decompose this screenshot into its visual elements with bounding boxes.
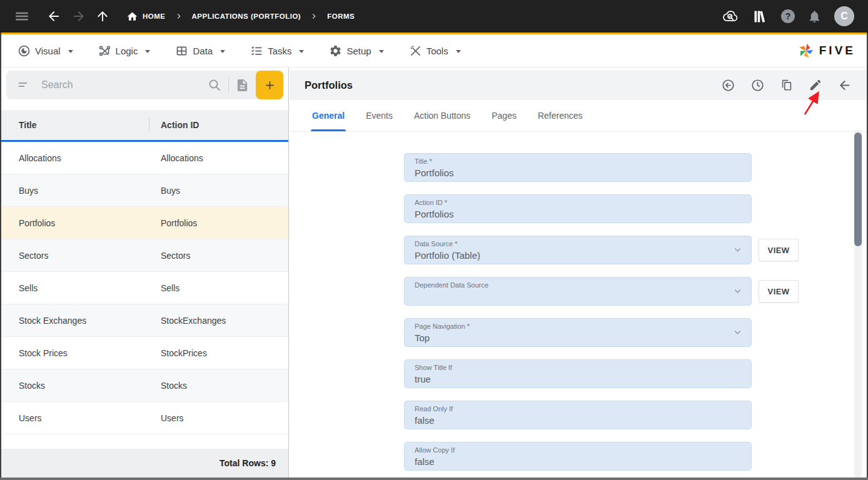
scrollbar-track[interactable]: [854, 130, 862, 478]
chevron-down-icon: [733, 287, 742, 296]
table-row-allocations[interactable]: AllocationsAllocations: [1, 142, 288, 174]
dropdown-caret-icon: [456, 50, 461, 53]
notifications-bell-icon[interactable]: [807, 9, 822, 24]
chevron-down-icon: [733, 246, 742, 255]
field-row-allow-copy-if: Allow Copy If false: [404, 442, 867, 471]
restore-circled-arrow-icon[interactable]: [721, 78, 735, 92]
column-header-action-id[interactable]: Action ID: [161, 120, 288, 130]
page-navigation-select[interactable]: Page Navigation * Top: [404, 318, 752, 347]
tools-crossed-icon: [409, 44, 422, 58]
menu-visual[interactable]: Visual: [18, 44, 73, 58]
table-row-sells[interactable]: SellsSells: [1, 272, 288, 304]
menu-tools[interactable]: Tools: [409, 44, 461, 58]
dropdown-caret-icon: [379, 50, 384, 53]
forms-list-panel: Title Action ID AllocationsAllocations B…: [1, 68, 289, 478]
hamburger-menu-icon[interactable]: [14, 8, 30, 24]
dropdown-caret-icon: [299, 50, 304, 53]
dropdown-caret-icon: [220, 50, 225, 53]
search-bar: [6, 71, 283, 99]
breadcrumb-item: HOME: [143, 12, 166, 20]
logic-flow-icon: [98, 44, 111, 58]
search-divider: [228, 77, 229, 93]
history-clock-icon[interactable]: [750, 78, 765, 92]
field-row-data-source: Data Source * Portfolio (Table) VIEW: [404, 236, 867, 264]
topbar-right-actions: ? C: [722, 6, 854, 26]
add-form-button[interactable]: [256, 71, 283, 99]
breadcrumb-item-forms[interactable]: FORMS: [327, 12, 355, 20]
five-brand-logo: FIVE: [797, 42, 855, 59]
field-row-action-id: Action ID * Portfolios: [404, 194, 867, 223]
tab-references[interactable]: References: [537, 100, 584, 131]
detail-tabs: General Events Action Buttons Pages Refe…: [290, 100, 867, 132]
back-arrow-icon[interactable]: [46, 9, 61, 24]
action-id-field[interactable]: Action ID * Portfolios: [404, 194, 752, 223]
field-row-title: Title * Portfolios: [404, 153, 867, 182]
filter-icon[interactable]: [16, 78, 31, 92]
breadcrumb-home[interactable]: HOME: [126, 11, 166, 22]
breadcrumb-chevron-icon: [309, 11, 319, 21]
copy-icon[interactable]: [780, 78, 794, 92]
field-row-read-only-if: Read Only If false: [404, 401, 867, 429]
collapse-back-arrow-icon[interactable]: [837, 78, 852, 92]
field-row-dependent-data-source: Dependent Data Source VIEW: [404, 277, 867, 306]
cloud-search-icon[interactable]: [722, 8, 739, 25]
forward-arrow-icon[interactable]: [71, 9, 86, 24]
plus-icon: [263, 79, 276, 92]
scrollbar-thumb[interactable]: [854, 132, 862, 246]
general-form: Title * Portfolios Action ID * Portfolio…: [290, 132, 867, 478]
dropdown-caret-icon: [145, 50, 150, 53]
allow-copy-if-field[interactable]: Allow Copy If false: [404, 442, 752, 471]
form-detail-panel: Portfolios: [290, 68, 867, 478]
tab-action-buttons[interactable]: Action Buttons: [413, 100, 472, 131]
tab-pages[interactable]: Pages: [490, 100, 518, 131]
field-row-page-navigation: Page Navigation * Top: [404, 318, 867, 347]
title-field[interactable]: Title * Portfolios: [404, 153, 752, 182]
brand-wordmark: FIVE: [819, 44, 855, 58]
search-input[interactable]: [40, 79, 207, 91]
tab-general[interactable]: General: [311, 100, 346, 131]
menu-data[interactable]: Data: [175, 44, 225, 58]
dropdown-caret-icon: [68, 50, 73, 53]
home-icon: [126, 11, 138, 22]
five-app-window: { "topbar": { "breadcrumb": [ { "label":…: [0, 0, 868, 480]
detail-header-actions: [721, 78, 852, 92]
chevron-down-icon: [733, 328, 742, 338]
view-dependent-data-source-button[interactable]: VIEW: [759, 280, 799, 302]
edit-pencil-icon[interactable]: [809, 78, 822, 92]
menu-setup[interactable]: Setup: [329, 44, 383, 58]
menu-logic[interactable]: Logic: [98, 44, 151, 58]
forms-list: AllocationsAllocations BuysBuys Portfoli…: [1, 142, 288, 434]
search-icon[interactable]: [207, 78, 222, 92]
show-title-if-field[interactable]: Show Title If true: [404, 359, 752, 388]
main-menu-bar: Visual Logic Data Tasks: [0, 34, 868, 68]
user-avatar[interactable]: C: [834, 6, 854, 26]
table-row-portfolios-selected[interactable]: PortfoliosPortfolios: [1, 207, 288, 239]
data-source-select[interactable]: Data Source * Portfolio (Table): [404, 236, 752, 264]
field-row-show-title-if: Show Title If true: [404, 359, 867, 388]
table-row-sectors[interactable]: SectorsSectors: [1, 239, 288, 272]
dependent-data-source-select[interactable]: Dependent Data Source: [404, 277, 752, 306]
table-row-stock-prices[interactable]: Stock PricesStockPrices: [1, 337, 288, 369]
table-row-buys[interactable]: BuysBuys: [1, 174, 288, 207]
list-header-row: Title Action ID: [1, 110, 288, 140]
library-books-icon[interactable]: [752, 8, 769, 25]
breadcrumb-chevron-icon: [174, 11, 184, 21]
table-row-users[interactable]: UsersUsers: [1, 402, 288, 434]
window-border-bottom: [0, 478, 868, 480]
total-rows-label: Total Rows: 9: [220, 458, 276, 468]
table-row-stocks[interactable]: StocksStocks: [1, 369, 288, 402]
help-icon[interactable]: ?: [781, 9, 795, 23]
column-header-title[interactable]: Title: [19, 120, 161, 130]
menu-tasks[interactable]: Tasks: [250, 44, 304, 58]
amber-accent-line: [0, 32, 868, 34]
tasks-checklist-icon: [250, 44, 263, 58]
tab-events[interactable]: Events: [365, 100, 394, 131]
read-only-if-field[interactable]: Read Only If false: [404, 401, 752, 429]
document-icon[interactable]: [235, 78, 250, 92]
up-arrow-icon[interactable]: [95, 9, 110, 24]
breadcrumb-item-applications[interactable]: APPLICATIONS (PORTFOLIO): [192, 12, 301, 20]
table-row-stock-exchanges[interactable]: Stock ExchangesStockExchanges: [1, 304, 288, 337]
detail-header-bar: Portfolios: [290, 70, 867, 100]
visual-eye-icon: [18, 44, 31, 58]
view-data-source-button[interactable]: VIEW: [759, 239, 799, 261]
